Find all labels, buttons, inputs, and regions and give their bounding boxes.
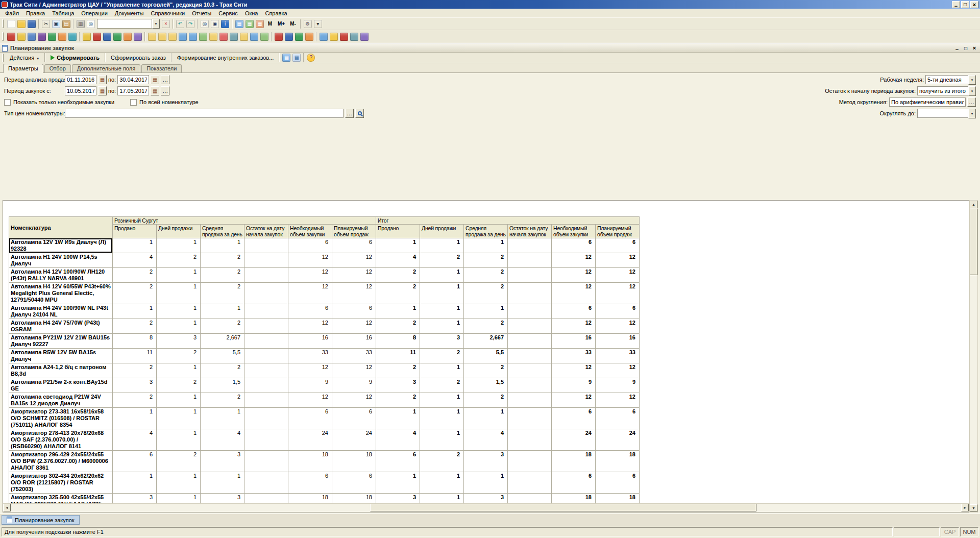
price-type-field[interactable] (65, 109, 344, 118)
round-to-select[interactable] (917, 109, 976, 118)
value-cell[interactable]: 6 (596, 238, 640, 253)
stock-balance-icon[interactable] (259, 32, 270, 42)
value-cell[interactable]: 2 (113, 283, 157, 304)
value-cell[interactable] (508, 304, 552, 319)
supplier-orders-journal-icon[interactable] (167, 32, 178, 42)
redo-icon[interactable]: ↷ (185, 19, 195, 29)
child-restore-button[interactable] (962, 45, 969, 52)
value-cell[interactable]: 1 (113, 238, 157, 253)
menu-item[interactable]: Окна (241, 9, 262, 17)
value-cell[interactable]: 5,5 (464, 349, 508, 363)
internal-orders-button[interactable]: Формирование внутренних заказов... (174, 54, 278, 62)
value-cell[interactable]: 2 (201, 283, 244, 304)
value-cell[interactable] (244, 363, 288, 378)
value-cell[interactable]: 1 (201, 472, 244, 494)
value-cell[interactable] (508, 429, 552, 451)
value-cell[interactable]: 2 (376, 268, 420, 283)
menu-item[interactable]: Отчеты (188, 9, 215, 17)
value-cell[interactable] (244, 319, 288, 334)
value-cell[interactable]: 1 (464, 304, 508, 319)
value-cell[interactable]: 1 (113, 408, 157, 429)
value-cell[interactable] (244, 393, 288, 408)
value-cell[interactable] (244, 408, 288, 429)
bank-journal-icon[interactable] (208, 32, 218, 42)
price-type-open-button[interactable] (355, 109, 364, 118)
nomenclature-cell[interactable]: Автолампа H4 12V 100/90W ЛН120 (P43t) RA… (9, 268, 113, 283)
sales-period-select-button[interactable] (161, 75, 169, 84)
value-cell[interactable]: 1 (157, 268, 201, 283)
event-log-icon[interactable] (339, 32, 349, 42)
service-settings-icon[interactable]: ⚙ (303, 19, 313, 29)
nomenclature-cell[interactable]: Амортизатор 296-429 24x55/24x55 О/О BPW … (9, 451, 113, 472)
value-cell[interactable]: 1 (376, 238, 420, 253)
value-cell[interactable]: 2 (464, 319, 508, 334)
value-cell[interactable]: 1 (157, 393, 201, 408)
undo-icon[interactable]: ↶ (175, 19, 185, 29)
value-cell[interactable]: 12 (332, 393, 376, 408)
money-report-icon[interactable] (294, 32, 304, 42)
value-cell[interactable]: 24 (288, 429, 332, 451)
value-cell[interactable]: 6 (552, 408, 596, 429)
value-cell[interactable] (508, 363, 552, 378)
value-cell[interactable]: 2 (157, 253, 201, 268)
value-cell[interactable] (244, 429, 288, 451)
value-cell[interactable]: 5,5 (201, 349, 244, 363)
sales-period-to-input[interactable] (117, 75, 149, 84)
value-cell[interactable] (508, 451, 552, 472)
value-cell[interactable]: 2 (376, 319, 420, 334)
purchase-to-calendar-button[interactable] (151, 86, 159, 95)
value-cell[interactable]: 33 (596, 349, 640, 363)
value-cell[interactable]: 1 (201, 408, 244, 429)
print-icon[interactable]: ▥ (76, 19, 86, 29)
value-cell[interactable]: 33 (332, 349, 376, 363)
purchase-from-calendar-button[interactable] (98, 86, 107, 95)
cash-journal-icon[interactable] (198, 32, 208, 42)
purchase-period-select-button[interactable] (161, 86, 169, 95)
value-cell[interactable]: 9 (596, 378, 640, 393)
value-cell[interactable]: 1 (420, 363, 464, 378)
value-cell[interactable]: 2 (157, 451, 201, 472)
copy-icon[interactable]: ▣ (51, 19, 61, 29)
value-cell[interactable]: 3 (113, 378, 157, 393)
help-icon[interactable]: ? (306, 53, 316, 63)
value-cell[interactable]: 1 (420, 304, 464, 319)
purchase-period-from-input[interactable] (65, 86, 96, 95)
value-cell[interactable]: 1 (157, 429, 201, 451)
value-cell[interactable]: 16 (552, 334, 596, 349)
value-cell[interactable]: 1,5 (464, 378, 508, 393)
value-cell[interactable]: 2 (113, 268, 157, 283)
only-required-checkbox[interactable]: Показать только необходимые закупки (4, 99, 114, 106)
value-cell[interactable]: 12 (552, 363, 596, 378)
value-cell[interactable]: 2,667 (201, 334, 244, 349)
value-cell[interactable] (244, 378, 288, 393)
chevron-down-icon[interactable] (968, 75, 976, 85)
window-tab-planning[interactable]: Планирование закупок (2, 515, 80, 525)
value-cell[interactable]: 4 (464, 429, 508, 451)
value-cell[interactable]: 2 (201, 393, 244, 408)
value-cell[interactable]: 24 (552, 429, 596, 451)
value-cell[interactable]: 1 (201, 238, 244, 253)
value-cell[interactable]: 12 (332, 363, 376, 378)
value-cell[interactable]: 2 (420, 253, 464, 268)
balance-input[interactable] (917, 86, 968, 95)
find-next-icon[interactable]: ◉ (210, 19, 220, 29)
value-cell[interactable]: 6 (332, 304, 376, 319)
rounding-method-select-button[interactable] (967, 97, 976, 107)
menu-item[interactable]: Справочники (148, 9, 189, 17)
price-type-select-button[interactable] (345, 109, 354, 118)
quick-search-combo[interactable] (97, 19, 160, 29)
horizontal-scrollbar[interactable] (3, 503, 969, 512)
value-cell[interactable]: 8 (376, 334, 420, 349)
value-cell[interactable] (508, 334, 552, 349)
value-cell[interactable]: 2 (376, 393, 420, 408)
value-cell[interactable]: 1 (420, 268, 464, 283)
print-preview-icon[interactable]: ◎ (86, 19, 96, 29)
purchases-journal-icon[interactable] (188, 32, 198, 42)
nomenclature-cell[interactable]: Автолампа PY21W 12V 21W BAU15s Диалуч 92… (9, 334, 113, 349)
value-cell[interactable]: 1 (201, 304, 244, 319)
value-cell[interactable]: 11 (113, 349, 157, 363)
table-settings-icon[interactable]: ▦ (255, 19, 265, 29)
value-cell[interactable]: 3 (157, 334, 201, 349)
generate-button[interactable]: Сформировать (47, 54, 103, 62)
menu-item[interactable]: Правка (22, 9, 48, 17)
